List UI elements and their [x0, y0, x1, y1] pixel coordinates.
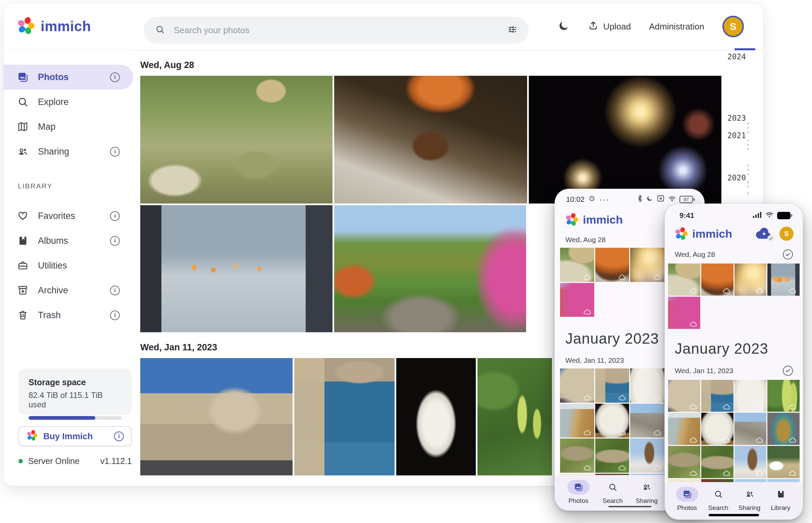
header-actions: Upload Administration S	[558, 3, 744, 50]
timeline-year-2024[interactable]: 2024	[722, 52, 746, 61]
photo-ruins[interactable]	[735, 413, 767, 445]
server-status-label: Server Online	[28, 456, 95, 466]
info-icon[interactable]: i	[110, 310, 120, 320]
search-input[interactable]: Search your photos	[144, 17, 529, 43]
photo-beach[interactable]	[560, 404, 594, 438]
photo-berries[interactable]	[767, 380, 799, 412]
photo-castle[interactable]	[668, 380, 700, 412]
sidebar-item-favorites[interactable]: Favoritesi	[4, 203, 133, 228]
photo-castle[interactable]	[140, 358, 293, 475]
timeline-year-2023[interactable]: 2023	[722, 114, 746, 122]
info-icon[interactable]: i	[110, 236, 120, 246]
cloud-sync-icon	[654, 274, 662, 280]
user-avatar[interactable]: S	[779, 227, 794, 241]
sidebar-item-utilities[interactable]: Utilities	[4, 253, 133, 278]
photo-fireworks[interactable]	[630, 248, 664, 282]
photo-sculpt[interactable]	[595, 404, 629, 438]
upload-button[interactable]: Upload	[588, 20, 631, 33]
photo-bust[interactable]	[396, 358, 476, 475]
storage-usage: 82.4 TiB of 115.1 TiB used	[29, 391, 122, 409]
photo-ruins[interactable]	[630, 404, 664, 438]
photo-bust[interactable]	[630, 368, 664, 403]
info-icon[interactable]: i	[110, 286, 120, 295]
alarm-icon	[589, 195, 595, 204]
immich-logo[interactable]: immich	[17, 17, 91, 36]
info-icon[interactable]: i	[110, 211, 120, 221]
nav-tab-search[interactable]: Search	[602, 480, 624, 505]
nav-tab-photos[interactable]: Photos	[676, 487, 698, 511]
search-placeholder: Search your photos	[174, 25, 499, 36]
buy-immich-button[interactable]: Buy Immich i	[18, 426, 132, 446]
photo-bust[interactable]	[735, 380, 767, 412]
sidebar-item-sharing[interactable]: Sharingi	[4, 139, 133, 164]
photo-sculpt[interactable]	[701, 413, 733, 445]
photo-alpine[interactable]	[767, 446, 799, 478]
info-icon[interactable]: i	[110, 147, 120, 157]
timeline-tick-dot	[747, 165, 749, 166]
info-icon[interactable]: i	[110, 72, 120, 82]
photo-dinner[interactable]	[701, 264, 733, 296]
nav-tab-library[interactable]: Library	[770, 487, 792, 511]
timeline-year-2021[interactable]: 2021	[722, 131, 746, 140]
photo-dinner[interactable]	[334, 76, 527, 203]
photo-path[interactable]	[560, 283, 594, 317]
online-status-dot	[18, 459, 23, 463]
nav-tab-label: Library	[771, 504, 790, 511]
sidebar-item-label: Archive	[38, 285, 68, 296]
photo-monkeys[interactable]	[560, 248, 594, 282]
search-filter-icon[interactable]	[507, 24, 517, 36]
photo-castle[interactable]	[560, 368, 594, 403]
sidebar-item-map[interactable]: Map	[4, 114, 133, 139]
nav-tab-search[interactable]: Search	[707, 487, 729, 511]
photo-lizard2[interactable]	[595, 438, 629, 473]
administration-link[interactable]: Administration	[649, 21, 704, 32]
buy-immich-label: Buy Immich	[43, 431, 109, 441]
sidebar-item-trash[interactable]: Trashi	[4, 303, 133, 327]
photo-hands[interactable]	[140, 205, 332, 332]
immich-flower-icon	[17, 17, 35, 36]
cloud-sync-icon	[723, 437, 731, 443]
sidebar-item-explore[interactable]: Explore	[4, 90, 133, 114]
photo-lizard2[interactable]	[701, 446, 733, 478]
photo-coast[interactable]	[294, 358, 395, 475]
backup-sync-icon[interactable]	[755, 227, 773, 240]
photo-ornate[interactable]	[767, 413, 799, 445]
nav-tab-sharing[interactable]: Sharing	[739, 487, 761, 511]
photo-berries[interactable]	[478, 358, 552, 475]
photo-dinner[interactable]	[595, 248, 629, 282]
timeline-year-2020[interactable]: 2020	[722, 173, 746, 182]
photo-path[interactable]	[668, 297, 700, 329]
cloud-sync-icon	[723, 470, 731, 476]
sidebar-item-albums[interactable]: Albumsi	[4, 228, 133, 253]
timeline-position-marker[interactable]	[735, 48, 755, 50]
user-avatar[interactable]: S	[722, 16, 744, 37]
photo-coast[interactable]	[701, 380, 733, 412]
immich-wordmark: immich	[40, 18, 91, 35]
sidebar-item-archive[interactable]: Archivei	[4, 278, 133, 303]
dark-mode-toggle[interactable]	[558, 20, 570, 33]
select-day-checkbox[interactable]	[783, 249, 793, 259]
photo-beach[interactable]	[668, 413, 700, 445]
photo-fireworks[interactable]	[735, 264, 767, 296]
cloud-sync-icon	[584, 395, 591, 401]
library-icon	[770, 487, 792, 502]
photo-lizard1[interactable]	[668, 446, 700, 478]
timeline-tick-dot	[747, 186, 749, 187]
photo-winter[interactable]	[735, 446, 767, 478]
photo-fireworks[interactable]	[529, 76, 721, 203]
photo-hands[interactable]	[767, 264, 799, 296]
no-sim-icon	[657, 195, 665, 204]
photo-path[interactable]	[334, 205, 526, 332]
sidebar-item-label: Utilities	[38, 260, 67, 271]
photo-grid	[668, 264, 799, 329]
cloud-sync-icon	[618, 274, 626, 280]
photo-winter[interactable]	[630, 438, 664, 473]
photo-coast[interactable]	[595, 368, 629, 403]
sidebar-item-photos[interactable]: Photosi	[4, 65, 133, 90]
nav-tab-sharing[interactable]: Sharing	[636, 480, 658, 505]
photo-lizard1[interactable]	[560, 438, 594, 473]
nav-tab-photos[interactable]: Photos	[567, 480, 589, 505]
select-day-checkbox[interactable]	[783, 366, 793, 376]
photo-monkeys[interactable]	[668, 264, 700, 296]
photo-monkeys[interactable]	[140, 76, 332, 203]
